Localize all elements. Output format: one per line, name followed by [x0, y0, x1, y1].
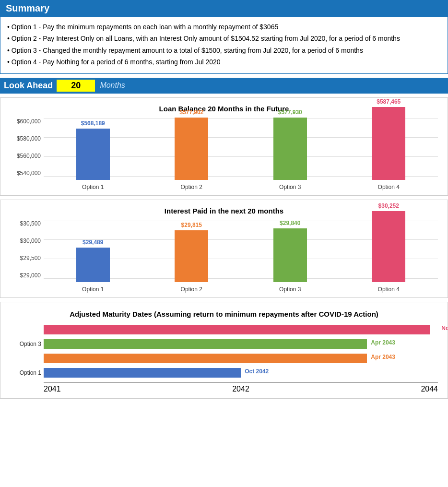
bar-2 — [273, 118, 307, 180]
bar-1 — [175, 118, 208, 180]
ibar-value-1: $29,815 — [181, 222, 202, 228]
maturity-row-4: Nov 2043 — [44, 325, 438, 334]
summary-section: Summary • Option 1 - Pay the minimum rep… — [0, 0, 448, 74]
ibar-value-2: $29,840 — [280, 220, 300, 226]
ibar-1 — [175, 230, 208, 282]
maturity-bar-2 — [44, 354, 367, 363]
maturity-bar-3 — [44, 339, 367, 349]
ibar-0 — [76, 248, 110, 282]
ibar-group-3: $30,252 Option 4 — [372, 202, 405, 293]
loan-balance-bars: $568,189 Option 1 $577,902 Option 2 $577… — [44, 119, 438, 190]
bar-group-2: $577,930 Option 3 — [273, 109, 307, 190]
iy-label-3: $29,000 — [20, 273, 41, 278]
bar-value-0: $568,189 — [81, 120, 105, 127]
maturity-row-3: Option 3 Apr 2043 — [44, 339, 438, 349]
bar-label-1: Option 2 — [181, 184, 202, 190]
maturity-end-label-1: Oct 2042 — [245, 368, 269, 375]
y-label-0: $600,000 — [17, 119, 41, 124]
bar-value-1: $577,902 — [179, 109, 203, 116]
summary-header: Summary — [0, 0, 448, 17]
loan-balance-y-axis: $600,000 $580,000 $560,000 $540,000 — [10, 119, 44, 176]
x-label-2041: 2041 — [44, 385, 61, 393]
bar-label-0: Option 1 — [82, 184, 104, 190]
ibar-2 — [273, 228, 307, 282]
loan-balance-chart: Loan Balance 20 Months in the Future $60… — [0, 97, 448, 196]
bar-0 — [76, 129, 110, 180]
maturity-x-axis: 2041 2042 2044 — [44, 382, 438, 393]
option-2-text: • Option 2 - Pay Interest Only on all Lo… — [7, 33, 441, 44]
maturity-end-label-4: Nov 2043 — [441, 325, 448, 332]
look-ahead-months: Months — [95, 81, 125, 90]
option-3-text: • Option 3 - Changed the monthly repayme… — [7, 45, 441, 56]
bar-group-0: $568,189 Option 1 — [76, 120, 110, 190]
bar-label-3: Option 4 — [378, 184, 400, 190]
maturity-bar-4 — [44, 325, 430, 334]
maturity-row-label-3: Option 3 — [10, 341, 41, 347]
ibar-group-1: $29,815 Option 2 — [175, 222, 208, 293]
bar-3 — [372, 107, 405, 180]
summary-body: • Option 1 - Pay the minimum repayments … — [0, 17, 448, 74]
bar-group-1: $577,902 Option 2 — [175, 109, 208, 190]
ibar-label-2: Option 3 — [279, 286, 301, 293]
ibar-value-3: $30,252 — [378, 202, 399, 209]
look-ahead-value[interactable]: 20 — [57, 80, 95, 92]
ibar-label-3: Option 4 — [378, 286, 400, 293]
iy-label-0: $30,500 — [20, 221, 41, 226]
option-4-text: • Option 4 - Pay Nothing for a period of… — [7, 57, 441, 67]
y-label-1: $580,000 — [17, 136, 41, 142]
maturity-chart: Adjusted Maturity Dates (Assuming return… — [0, 302, 448, 399]
bar-label-2: Option 3 — [279, 184, 301, 190]
ibar-group-0: $29,489 Option 1 — [76, 239, 110, 293]
iy-label-2: $29,500 — [20, 255, 41, 261]
y-label-3: $540,000 — [17, 170, 41, 176]
x-label-2044: 2044 — [421, 385, 438, 393]
ibar-group-2: $29,840 Option 3 — [273, 220, 307, 293]
ibar-label-0: Option 1 — [82, 286, 104, 293]
maturity-bar-wrap-2: Apr 2043 — [44, 354, 438, 363]
maturity-end-label-2: Apr 2043 — [371, 354, 395, 360]
ibar-label-1: Option 2 — [181, 286, 202, 293]
interest-y-axis: $30,500 $30,000 $29,500 $29,000 — [10, 221, 44, 278]
maturity-row-1: Option 1 Oct 2042 — [44, 368, 438, 378]
ibar-3 — [372, 211, 405, 282]
bar-value-2: $577,930 — [278, 109, 302, 116]
maturity-bar-wrap-3: Apr 2043 — [44, 339, 438, 349]
ibar-value-0: $29,489 — [83, 239, 103, 246]
x-label-2042: 2042 — [232, 385, 249, 393]
maturity-rows: Nov 2043 Option 3 Apr 2043 Apr 2043 Opti… — [10, 325, 438, 378]
maturity-title: Adjusted Maturity Dates (Assuming return… — [10, 309, 438, 319]
interest-paid-bars: $29,489 Option 1 $29,815 Option 2 $29,84… — [44, 221, 438, 293]
maturity-end-label-3: Apr 2043 — [371, 339, 395, 346]
option-1-text: • Option 1 - Pay the minimum repayments … — [7, 22, 441, 32]
look-ahead-bar: Look Ahead 20 Months — [0, 78, 448, 94]
iy-label-1: $30,000 — [20, 238, 41, 244]
maturity-bar-wrap-4: Nov 2043 — [44, 325, 438, 334]
interest-paid-chart: Interest Paid in the next 20 months $30,… — [0, 200, 448, 298]
bar-value-3: $587,465 — [377, 98, 401, 105]
maturity-bar-wrap-1: Oct 2042 — [44, 368, 438, 378]
maturity-row-label-1: Option 1 — [10, 369, 41, 376]
maturity-row-2: Apr 2043 — [44, 354, 438, 363]
y-label-2: $560,000 — [17, 153, 41, 159]
look-ahead-label: Look Ahead — [4, 81, 57, 91]
bar-group-3: $587,465 Option 4 — [372, 98, 405, 190]
maturity-bar-1 — [44, 368, 241, 378]
